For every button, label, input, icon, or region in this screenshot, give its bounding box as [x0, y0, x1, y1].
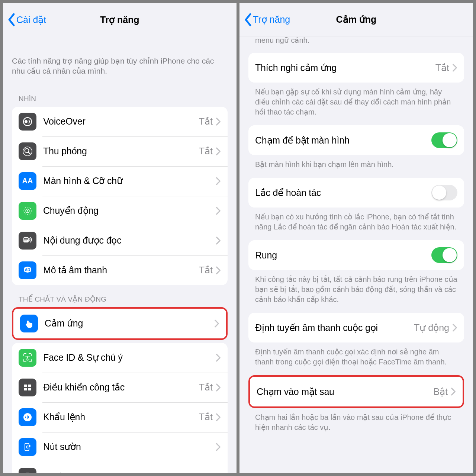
back-tap-group-highlighted: Chạm vào mặt sau Bật: [248, 375, 464, 408]
voiceover-icon: [19, 113, 36, 131]
row-tap-to-wake[interactable]: Chạm để bật màn hình: [248, 125, 464, 155]
row-label: Định tuyến âm thanh cuộc gọi: [255, 322, 414, 333]
row-label: Apple TV Remote: [43, 471, 216, 473]
row-audio-description[interactable]: AD Mô tả âm thanh Tắt: [12, 255, 228, 285]
section-header-vision: NHÌN: [12, 85, 228, 107]
row-value: Tắt: [199, 146, 213, 157]
row-motion[interactable]: Chuyển động: [12, 196, 228, 226]
chevron-right-icon: [214, 319, 219, 328]
tap-to-wake-group: Chạm để bật màn hình: [248, 125, 464, 155]
svg-rect-18: [28, 388, 31, 390]
zoom-icon: [19, 142, 36, 160]
row-audio-routing[interactable]: Định tuyến âm thanh cuộc gọi Tự động: [248, 313, 464, 342]
row-value: Tắt: [435, 62, 449, 73]
row-label: Chuyển động: [43, 205, 216, 216]
partial-footer-above: menu ngữ cảnh.: [248, 36, 464, 46]
scroll-content: menu ngữ cảnh. Thích nghi cảm ứng Tắt Nế…: [239, 36, 473, 473]
svg-point-13: [26, 356, 27, 357]
touch-accommodations-group: Thích nghi cảm ứng Tắt: [248, 53, 464, 83]
row-back-tap[interactable]: Chạm vào mặt sau Bật: [250, 377, 463, 406]
row-value: Tắt: [199, 382, 213, 393]
svg-rect-9: [24, 238, 28, 239]
row-label: Thu phóng: [43, 146, 199, 157]
svg-rect-20: [25, 416, 26, 418]
vibration-group: Rung: [248, 240, 464, 270]
shake-undo-group: Lắc để hoàn tác: [248, 178, 464, 208]
row-label: Chạm để bật màn hình: [255, 135, 431, 146]
chevron-left-icon: [243, 13, 253, 26]
svg-rect-10: [24, 239, 28, 240]
audio-description-icon: AD: [19, 261, 36, 279]
row-faceid[interactable]: Face ID & Sự chú ý: [12, 343, 228, 373]
chevron-right-icon: [452, 324, 457, 332]
apple-tv-remote-icon: [19, 468, 36, 473]
side-button-icon: [19, 438, 36, 456]
row-switch-control[interactable]: Điều khiển công tắc Tắt: [12, 373, 228, 402]
intro-text: Các tính năng trợ năng giúp bạn tùy chỉn…: [12, 36, 228, 85]
row-spoken-content[interactable]: Nội dung được đọc: [12, 226, 228, 255]
row-side-button[interactable]: Nút sườn: [12, 432, 228, 462]
audio-routing-group: Định tuyến âm thanh cuộc gọi Tự động: [248, 313, 464, 342]
back-button[interactable]: Trợ năng: [243, 13, 290, 26]
row-label: Cảm ứng: [45, 318, 214, 329]
row-value: Tắt: [199, 265, 213, 276]
row-value: Bật: [433, 386, 448, 397]
chevron-left-icon: [7, 13, 16, 26]
row-label: Chạm vào mặt sau: [257, 386, 433, 397]
touch-accommodations-note: Nếu bạn gặp sự cố khi sử dụng màn hình c…: [248, 83, 464, 125]
svg-point-2: [23, 147, 32, 156]
svg-rect-25: [29, 445, 30, 447]
page-title: Trợ năng: [100, 15, 139, 25]
chevron-right-icon: [216, 354, 221, 362]
chevron-right-icon: [216, 383, 221, 392]
physical-group: Face ID & Sự chú ý Điều khiển công tắc T…: [12, 343, 228, 473]
chevron-right-icon: [216, 177, 221, 185]
row-label: Mô tả âm thanh: [43, 265, 199, 276]
nav-bar: Trợ năng Cảm ứng: [239, 3, 473, 36]
svg-point-7: [27, 210, 28, 212]
row-apple-tv-remote[interactable]: Apple TV Remote: [12, 462, 228, 473]
chevron-right-icon: [216, 147, 221, 155]
display-text-icon: AA: [19, 172, 36, 190]
row-value: Tự động: [414, 322, 449, 333]
row-value: Tắt: [199, 412, 213, 422]
back-tap-note: Chạm hai lần hoặc ba lần vào mặt sau của…: [248, 408, 464, 441]
spoken-content-icon: [19, 232, 36, 250]
chevron-right-icon: [216, 118, 221, 126]
row-voiceover[interactable]: VoiceOver Tắt: [12, 107, 228, 136]
svg-rect-16: [28, 385, 31, 387]
row-voice-control[interactable]: Khẩu lệnh Tắt: [12, 402, 228, 432]
row-label: Màn hình & Cỡ chữ: [43, 176, 216, 186]
row-touch-accommodations[interactable]: Thích nghi cảm ứng Tắt: [248, 53, 464, 83]
vision-group: VoiceOver Tắt Thu phóng Tắt AA Màn hình …: [12, 107, 228, 285]
toggle-vibration[interactable]: [431, 247, 457, 263]
toggle-tap-to-wake[interactable]: [431, 132, 457, 148]
page-title: Cảm ứng: [336, 14, 377, 25]
row-vibration[interactable]: Rung: [248, 240, 464, 270]
row-display-text[interactable]: AA Màn hình & Cỡ chữ: [12, 166, 228, 196]
chevron-right-icon: [216, 473, 221, 473]
svg-point-14: [29, 356, 30, 357]
scroll-content: Các tính năng trợ năng giúp bạn tùy chỉn…: [3, 36, 237, 473]
accessibility-settings-screen: Cài đặt Trợ năng Các tính năng trợ năng …: [3, 3, 237, 473]
svg-line-4: [28, 152, 30, 154]
faceid-icon: [19, 349, 36, 367]
svg-point-1: [25, 120, 28, 123]
chevron-right-icon: [216, 237, 221, 245]
chevron-right-icon: [452, 64, 457, 72]
nav-bar: Cài đặt Trợ năng: [3, 3, 237, 36]
toggle-shake-undo[interactable]: [431, 185, 457, 200]
touch-group-highlighted: Cảm ứng: [12, 307, 228, 340]
audio-routing-note: Định tuyến âm thanh cuộc gọi xác định nơ…: [248, 342, 464, 375]
shake-undo-note: Nếu bạn có xu hướng tình cờ lắc iPhone, …: [248, 208, 464, 240]
section-header-physical: THỂ CHẤT VÀ VẬN ĐỘNG: [12, 285, 228, 307]
back-button[interactable]: Cài đặt: [7, 13, 46, 26]
chevron-right-icon: [216, 443, 221, 451]
row-shake-undo[interactable]: Lắc để hoàn tác: [248, 178, 464, 208]
switch-control-icon: [19, 379, 36, 396]
svg-rect-21: [27, 415, 28, 419]
row-zoom[interactable]: Thu phóng Tắt: [12, 136, 228, 166]
svg-rect-15: [24, 385, 27, 387]
row-touch[interactable]: Cảm ứng: [13, 309, 226, 338]
tap-to-wake-note: Bật màn hình khi bạn chạm lên màn hình.: [248, 155, 464, 178]
